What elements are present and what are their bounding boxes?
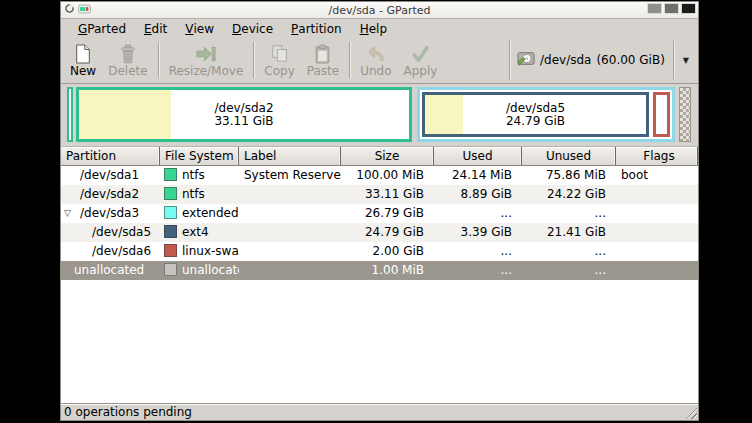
statusbar: 0 operations pending — [61, 403, 698, 420]
label-cell — [239, 185, 341, 204]
table-row-dev-sda6[interactable]: /dev/sda6linux-swap2.00 GiB...... — [61, 242, 698, 261]
header-file-system[interactable]: File System — [160, 147, 239, 165]
toolbar-separator — [158, 42, 159, 78]
used-cell: ... — [434, 261, 522, 280]
partition-table: Partition File System Label Size Used Un… — [61, 147, 698, 403]
close-button[interactable] — [681, 3, 696, 14]
minimize-button[interactable] — [647, 3, 662, 14]
partition-cell: /dev/sda1 — [61, 166, 160, 185]
toolbar: New Delete Resize/Move Copy Paste — [61, 38, 698, 84]
used-cell: 3.39 GiB — [434, 223, 522, 242]
size-cell: 33.11 GiB — [341, 185, 434, 204]
segment-label: /dev/sda524.79 GiB — [425, 95, 646, 134]
chevron-down-icon[interactable]: ▼ — [680, 56, 692, 65]
size-cell: 26.79 GiB — [341, 204, 434, 223]
label-cell — [239, 242, 341, 261]
apply-check-icon — [409, 43, 431, 64]
unused-cell: 75.86 MiB — [522, 166, 616, 185]
partition-table-body: /dev/sda1ntfsSystem Reserved100.00 MiB24… — [61, 166, 698, 280]
menu-partition[interactable]: Partition — [282, 19, 351, 38]
label-cell — [239, 223, 341, 242]
size-cell: 1.00 MiB — [341, 261, 434, 280]
window-title: /dev/sda - GParted — [61, 4, 698, 17]
table-row-dev-sda1[interactable]: /dev/sda1ntfsSystem Reserved100.00 MiB24… — [61, 166, 698, 185]
new-partition-icon — [72, 43, 94, 64]
filesystem-cell: unallocated — [160, 261, 239, 280]
fs-color-swatch — [164, 225, 177, 238]
combo-separator — [673, 41, 674, 79]
segment-label: /dev/sda233.11 GiB — [79, 90, 409, 139]
device-selector[interactable]: /dev/sda (60.00 GiB) ▼ — [509, 39, 696, 81]
table-row-dev-sda2[interactable]: /dev/sda2ntfs33.11 GiB8.89 GiB24.22 GiB — [61, 185, 698, 204]
partition-cell: ▽/dev/sda3 — [61, 204, 160, 223]
titlebar[interactable]: /dev/sda - GParted — [61, 2, 698, 19]
menu-view[interactable]: View — [176, 19, 223, 38]
flags-cell — [616, 223, 698, 242]
size-cell: 2.00 GiB — [341, 242, 434, 261]
menu-device[interactable]: Device — [223, 19, 282, 38]
filesystem-cell: ext4 — [160, 223, 239, 242]
fs-color-swatch — [164, 244, 177, 257]
header-partition[interactable]: Partition — [61, 147, 160, 165]
partition-cell: /dev/sda5 — [61, 223, 160, 242]
disk-bar-segment-dev-sda3[interactable]: /dev/sda524.79 GiB — [417, 87, 675, 142]
disk-bar-segment-dev-sda2[interactable]: /dev/sda233.11 GiB — [76, 87, 412, 142]
fs-color-swatch — [164, 206, 177, 219]
gparted-app-icon — [78, 3, 91, 18]
label-cell — [239, 204, 341, 223]
toolbar-separator — [253, 42, 254, 78]
disk-bar-segment-dev-sda1[interactable] — [67, 87, 73, 142]
resize-grip-icon[interactable] — [684, 406, 697, 419]
table-row-dev-sda3[interactable]: ▽/dev/sda3extended26.79 GiB...... — [61, 204, 698, 223]
size-cell: 24.79 GiB — [341, 223, 434, 242]
resize-move-button[interactable]: Resize/Move — [163, 39, 250, 81]
size-cell: 100.00 MiB — [341, 166, 434, 185]
copy-icon — [269, 43, 291, 64]
header-unused[interactable]: Unused — [522, 147, 616, 165]
disk-icon — [517, 50, 535, 70]
flags-cell — [616, 204, 698, 223]
device-size: (60.00 GiB) — [596, 53, 664, 67]
menu-help[interactable]: Help — [351, 19, 396, 38]
disk-bar-segment-dev-sda5[interactable]: /dev/sda524.79 GiB — [422, 92, 649, 137]
pending-operations-text: 0 operations pending — [64, 405, 192, 419]
filesystem-cell: ntfs — [160, 185, 239, 204]
label-cell — [239, 261, 341, 280]
gparted-window: /dev/sda - GParted GParted Edit View Dev… — [60, 1, 699, 421]
delete-button[interactable]: Delete — [102, 39, 153, 81]
header-size[interactable]: Size — [341, 147, 434, 165]
header-flags[interactable]: Flags — [616, 147, 698, 165]
filesystem-cell: extended — [160, 204, 239, 223]
copy-button[interactable]: Copy — [258, 39, 300, 81]
undo-button[interactable]: Undo — [354, 39, 397, 81]
fs-color-swatch — [164, 168, 177, 181]
resize-move-icon — [195, 43, 217, 64]
fs-color-swatch — [164, 187, 177, 200]
flags-cell: boot — [616, 166, 698, 185]
menu-edit[interactable]: Edit — [135, 19, 176, 38]
window-menu-icon[interactable] — [64, 3, 75, 17]
unused-cell: ... — [522, 242, 616, 261]
partition-cell: /dev/sda2 — [61, 185, 160, 204]
new-button[interactable]: New — [64, 39, 102, 81]
toolbar-separator — [349, 42, 350, 78]
menu-gparted[interactable]: GParted — [69, 19, 135, 38]
used-cell: ... — [434, 204, 522, 223]
disk-bar-segment-dev-sda6[interactable] — [653, 92, 670, 137]
header-used[interactable]: Used — [434, 147, 522, 165]
apply-button[interactable]: Apply — [398, 39, 444, 81]
expander-icon[interactable]: ▽ — [64, 204, 71, 223]
table-row-unallocated[interactable]: unallocatedunallocated1.00 MiB...... — [61, 261, 698, 280]
used-cell: 24.14 MiB — [434, 166, 522, 185]
undo-icon — [365, 43, 387, 64]
header-label[interactable]: Label — [239, 147, 341, 165]
paste-button[interactable]: Paste — [301, 39, 345, 81]
disk-bar-segment-unallocated[interactable] — [679, 87, 691, 142]
table-header: Partition File System Label Size Used Un… — [61, 147, 698, 166]
flags-cell — [616, 242, 698, 261]
maximize-button[interactable] — [664, 3, 679, 14]
disk-bar: /dev/sda233.11 GiB/dev/sda524.79 GiB — [65, 87, 694, 142]
table-row-dev-sda5[interactable]: /dev/sda5ext424.79 GiB3.39 GiB21.41 GiB — [61, 223, 698, 242]
fs-color-swatch — [164, 263, 177, 276]
unused-cell: 24.22 GiB — [522, 185, 616, 204]
